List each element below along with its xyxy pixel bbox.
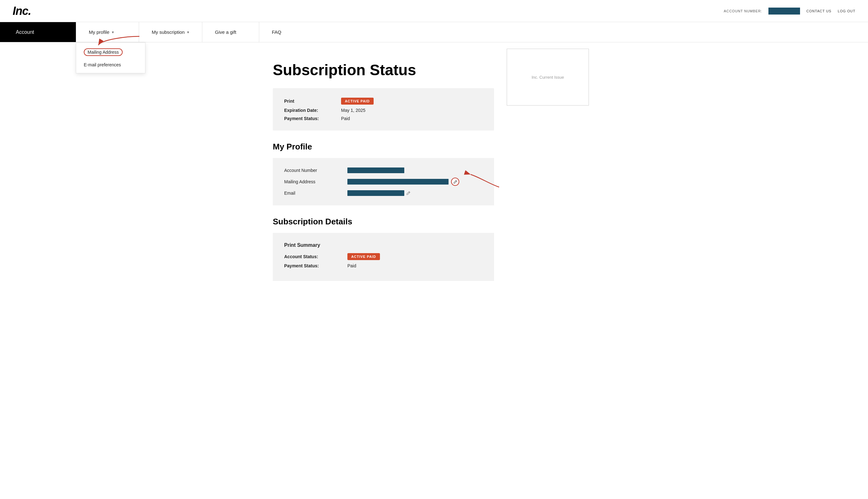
mailing-address-label: Mailing Address: [84, 48, 123, 56]
active-paid-badge: ACTIVE PAID: [341, 98, 374, 105]
account-status-row: Account Status: ACTIVE PAID: [284, 253, 483, 260]
account-number-bar: [347, 168, 404, 173]
account-number-label: ACCOUNT NUMBER:: [724, 9, 762, 13]
expiration-row: Expiration Date: May 1, 2025: [284, 108, 483, 113]
nav-my-subscription-label: My subscription: [152, 29, 184, 35]
expiration-label: Expiration Date:: [284, 108, 341, 113]
email-field-label: Email: [284, 191, 347, 196]
payment-value: Paid: [341, 116, 350, 121]
subscription-status-card: Print ACTIVE PAID Expiration Date: May 1…: [273, 88, 494, 131]
page-title: Subscription Status: [273, 61, 494, 79]
edit-email-button[interactable]: [406, 191, 411, 195]
chevron-down-icon-2: ▾: [187, 30, 189, 35]
content-area: Subscription Status Print ACTIVE PAID Ex…: [273, 49, 595, 281]
print-label: Print: [284, 99, 341, 104]
log-out-link[interactable]: LOG OUT: [837, 9, 855, 13]
top-bar: Inc. ACCOUNT NUMBER: CONTACT US LOG OUT: [0, 0, 868, 22]
image-label: Inc. Current Issue: [532, 75, 564, 80]
account-number-field-label: Account Number: [284, 168, 347, 173]
email-preferences-label: E-mail preferences: [84, 62, 121, 67]
email-row: Email: [284, 190, 483, 196]
nav-give-gift[interactable]: Give a gift: [202, 22, 259, 42]
nav-bar: Account My profile ▾ Mailing Address E-m…: [0, 22, 868, 42]
account-status-badge: ACTIVE PAID: [347, 253, 380, 260]
main-column: Subscription Status Print ACTIVE PAID Ex…: [273, 49, 494, 281]
nav-account[interactable]: Account: [0, 22, 76, 42]
dropdown-email-preferences[interactable]: E-mail preferences: [76, 59, 145, 71]
print-summary-heading: Print Summary: [284, 242, 483, 248]
edit-mailing-address-button[interactable]: [451, 178, 459, 186]
print-row: Print ACTIVE PAID: [284, 98, 483, 105]
mailing-address-bar: [347, 179, 448, 185]
nav-faq[interactable]: FAQ: [259, 22, 316, 42]
account-status-label: Account Status:: [284, 254, 347, 259]
account-number-row: Account Number: [284, 168, 483, 173]
dropdown-mailing-address[interactable]: Mailing Address: [76, 45, 145, 59]
my-profile-dropdown: Mailing Address E-mail preferences: [76, 42, 145, 73]
pencil-small-icon: [406, 191, 411, 195]
payment-label: Payment Status:: [284, 116, 341, 121]
subscription-details-card: Print Summary Account Status: ACTIVE PAI…: [273, 233, 494, 281]
details-payment-row: Payment Status: Paid: [284, 263, 483, 268]
mailing-address-field-label: Mailing Address: [284, 179, 347, 184]
contact-us-link[interactable]: CONTACT US: [806, 9, 831, 13]
sidebar: Inc. Current Issue: [507, 49, 595, 106]
details-payment-value: Paid: [347, 263, 356, 268]
my-profile-heading: My Profile: [273, 142, 494, 152]
nav-my-subscription[interactable]: My subscription ▾: [139, 22, 202, 42]
profile-card: Account Number Mailing Address: [273, 158, 494, 205]
top-bar-right: ACCOUNT NUMBER: CONTACT US LOG OUT: [724, 8, 855, 14]
account-number-value: [769, 8, 800, 14]
expiration-value: May 1, 2025: [341, 108, 365, 113]
subscription-details-heading: Subscription Details: [273, 217, 494, 227]
mailing-address-row: Mailing Address: [284, 178, 483, 186]
details-payment-label: Payment Status:: [284, 263, 347, 268]
current-issue-image: Inc. Current Issue: [507, 49, 589, 106]
email-bar: [347, 190, 404, 196]
payment-row: Payment Status: Paid: [284, 116, 483, 121]
pencil-icon: [453, 180, 457, 184]
logo: Inc.: [13, 4, 31, 18]
